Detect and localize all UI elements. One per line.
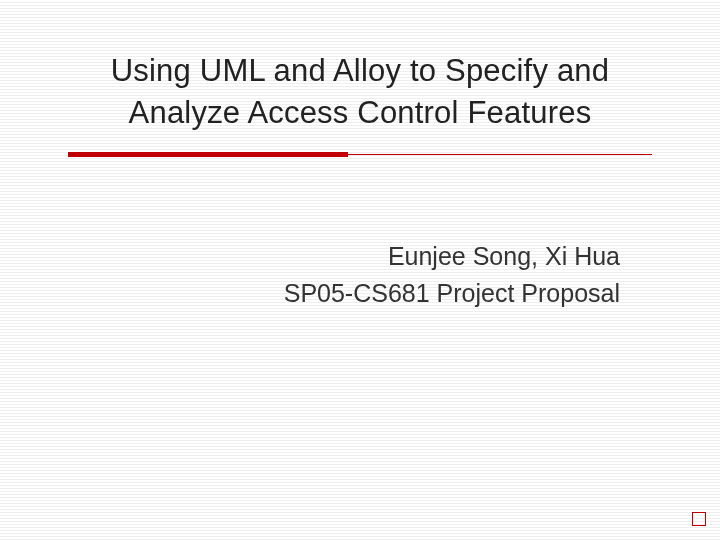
slide-title: Using UML and Alloy to Specify and Analy… (60, 50, 660, 134)
slide-container: Using UML and Alloy to Specify and Analy… (0, 0, 720, 540)
corner-square-icon (692, 512, 706, 526)
title-divider (68, 152, 652, 158)
authors-line: Eunjee Song, Xi Hua (60, 238, 620, 276)
divider-thick-bar (68, 152, 348, 157)
subtitle-line: SP05-CS681 Project Proposal (60, 275, 620, 313)
body-block: Eunjee Song, Xi Hua SP05-CS681 Project P… (60, 238, 660, 313)
